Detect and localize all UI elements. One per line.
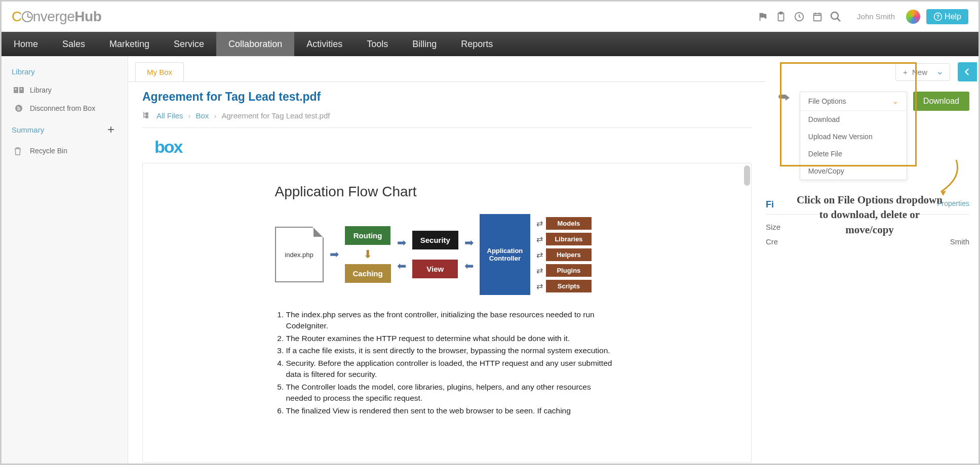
tree-icon (142, 111, 151, 120)
nav-sales[interactable]: Sales (50, 32, 97, 56)
breadcrumb-all-files[interactable]: All Files (156, 111, 183, 120)
search-icon[interactable] (830, 11, 842, 23)
double-arrow-icon: ⇄ (536, 250, 541, 260)
flow-view: View (412, 260, 458, 278)
svg-rect-3 (814, 13, 821, 21)
arrow-left-icon: ⬅ (464, 260, 474, 273)
nav-activities[interactable]: Activities (294, 32, 355, 56)
sidebar-item-label: Recycle Bin (30, 147, 67, 155)
flow-diagram: index.php ➡ Routing ⬇ Caching ➡ ⬅ (275, 214, 619, 295)
arrow-left-icon: ⬅ (397, 260, 406, 273)
box-logo: box (154, 137, 752, 157)
double-arrow-icon: ⇄ (536, 219, 541, 228)
main-nav: Home Sales Marketing Service Collaborati… (2, 32, 978, 56)
double-arrow-icon: ⇄ (536, 266, 541, 275)
flow-plugins: Plugins (546, 264, 592, 277)
tab-my-box[interactable]: My Box (135, 62, 184, 81)
annotation-arrow-icon (926, 157, 966, 198)
sidebar-library-header[interactable]: Library (2, 62, 128, 81)
doc-list-item: The index.php serves as the front contro… (286, 309, 619, 332)
nav-marketing[interactable]: Marketing (97, 32, 162, 56)
doc-list-item: Security. Before the application control… (286, 358, 619, 381)
file-options-toggle[interactable]: File Options ⌄ (800, 92, 907, 111)
doc-title: Application Flow Chart (275, 184, 619, 200)
file-option-delete[interactable]: Delete File (800, 145, 907, 162)
trash-icon (14, 147, 24, 155)
sidebar-item-label: Disconnect from Box (30, 104, 95, 112)
center-body: Agreement for Tag Lead test.pdf All File… (128, 81, 766, 462)
arrow-down-icon: ⬇ (363, 248, 372, 261)
file-option-download[interactable]: Download (800, 111, 907, 128)
library-icon (14, 86, 24, 94)
main: My Box Agreement for Tag Lead test.pdf A… (128, 56, 978, 463)
annotation-text: Click on File Options dropdown to downlo… (766, 193, 973, 237)
sidebar: Library Library b Disconnect from Box Su… (2, 56, 128, 463)
svg-rect-8 (19, 87, 24, 93)
logo[interactable]: CnvergeHub (12, 9, 101, 25)
sidebar-item-library[interactable]: Library (2, 81, 128, 99)
arrow-right-icon: ➡ (330, 248, 339, 261)
scrollbar[interactable] (744, 165, 750, 186)
svg-text:?: ? (936, 13, 939, 19)
arrow-right-icon: ➡ (464, 236, 474, 249)
sidebar-item-disconnect[interactable]: b Disconnect from Box (2, 99, 128, 117)
sidebar-summary-header[interactable]: Summary (12, 125, 44, 134)
new-button[interactable]: New (895, 63, 950, 81)
nav-collaboration[interactable]: Collaboration (216, 32, 294, 56)
flow-app-controller: Application Controller (480, 214, 530, 295)
calendar-icon[interactable] (811, 11, 824, 23)
center-panel: My Box Agreement for Tag Lead test.pdf A… (128, 56, 766, 463)
double-arrow-icon: ⇄ (536, 281, 541, 291)
flow-routing: Routing (345, 226, 390, 245)
flow-index-file: index.php (275, 227, 324, 282)
breadcrumb-box[interactable]: Box (196, 111, 209, 120)
flag-icon[interactable] (757, 11, 769, 23)
flow-helpers: Helpers (546, 248, 592, 261)
doc-list-item: The Router examines the HTTP request to … (286, 333, 619, 344)
file-options-label: File Options (808, 97, 846, 105)
file-option-move-copy[interactable]: Move/Copy (800, 162, 907, 180)
file-options-dropdown[interactable]: File Options ⌄ Download Upload New Versi… (800, 92, 907, 180)
svg-point-9 (15, 89, 17, 90)
nav-reports[interactable]: Reports (449, 32, 505, 56)
clipboard-icon[interactable] (775, 11, 787, 23)
nav-home[interactable]: Home (2, 32, 50, 56)
svg-point-10 (21, 89, 22, 90)
doc-list-item: The finalized View is rendered then sent… (286, 405, 619, 416)
flow-models: Models (546, 217, 592, 230)
file-option-upload[interactable]: Upload New Version (800, 128, 907, 145)
sidebar-item-recycle[interactable]: Recycle Bin (2, 142, 128, 160)
avatar[interactable] (906, 10, 920, 24)
document-viewer[interactable]: Application Flow Chart index.php ➡ Routi… (142, 163, 752, 462)
content: Library Library b Disconnect from Box Su… (2, 56, 978, 463)
collapse-button[interactable] (958, 62, 977, 81)
help-label: Help (945, 12, 961, 21)
download-button[interactable]: Download (913, 92, 969, 111)
document-page: Application Flow Chart index.php ➡ Routi… (250, 163, 645, 462)
clock-icon[interactable] (793, 11, 805, 23)
box-disconnect-icon: b (14, 104, 24, 112)
nav-billing[interactable]: Billing (400, 32, 449, 56)
topbar: CnvergeHub John Smith ? Help (2, 2, 978, 32)
chevron-down-icon: ⌄ (892, 97, 898, 105)
topbar-right: John Smith ? Help (757, 9, 968, 24)
svg-rect-14 (146, 116, 148, 118)
back-button[interactable] (777, 93, 792, 108)
flow-security: Security (412, 231, 458, 249)
arrow-right-icon: ➡ (397, 236, 406, 249)
chevron-right-icon: › (214, 111, 216, 120)
flow-scripts: Scripts (546, 280, 592, 292)
add-summary-button[interactable]: + (107, 122, 114, 137)
right-panel: New File Options ⌄ Download Upload New V… (766, 56, 978, 463)
double-arrow-icon: ⇄ (536, 234, 541, 244)
nav-service[interactable]: Service (162, 32, 216, 56)
nav-tools[interactable]: Tools (355, 32, 400, 56)
breadcrumb-current: Agreement for Tag Lead test.pdf (221, 111, 330, 120)
page-title: Agreement for Tag Lead test.pdf (142, 90, 752, 104)
doc-list-item: The Controller loads the model, core lib… (286, 382, 619, 404)
svg-text:b: b (17, 106, 20, 111)
chevron-right-icon: › (188, 111, 191, 120)
help-button[interactable]: ? Help (926, 9, 968, 24)
sidebar-item-label: Library (30, 86, 52, 94)
flow-libraries: Libraries (546, 233, 592, 245)
